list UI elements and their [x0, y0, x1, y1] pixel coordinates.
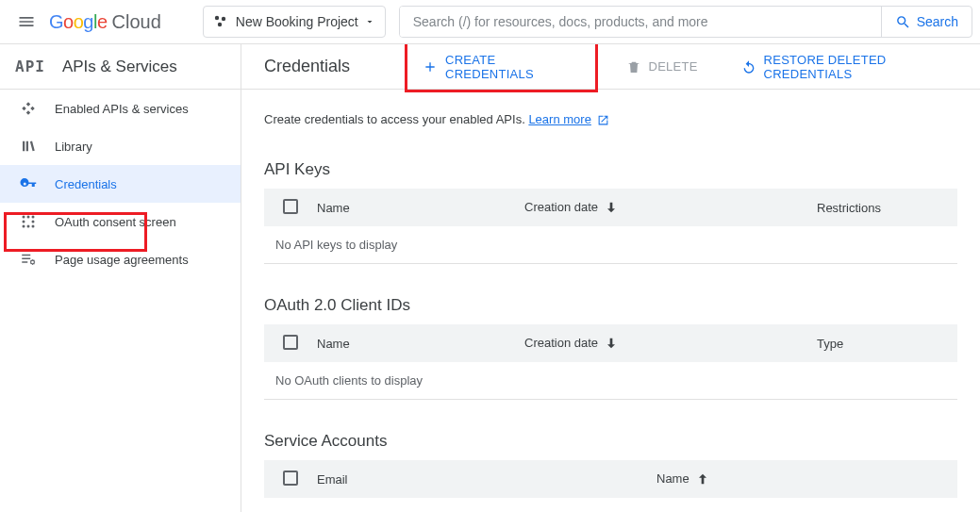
- svg-point-11: [31, 260, 35, 264]
- svg-point-3: [23, 216, 25, 219]
- empty-msg: No service accounts to display: [264, 498, 957, 512]
- nav-label: Library: [55, 140, 92, 154]
- api-keys-table: Name Creation date Restrictions No API k…: [264, 189, 957, 264]
- menu-icon: [17, 12, 36, 31]
- col-type[interactable]: Type: [817, 324, 957, 362]
- select-all-checkbox[interactable]: [283, 335, 298, 350]
- delete-label: Delete: [649, 59, 698, 74]
- col-restrictions[interactable]: Restrictions: [817, 189, 957, 226]
- search-label: Search: [917, 14, 958, 29]
- restore-deleted-button[interactable]: Restore Deleted Credentials: [728, 50, 980, 84]
- project-name: New Booking Project: [236, 14, 358, 29]
- create-label: Create Credentials: [445, 53, 579, 81]
- sidebar-title: APIs & Services: [62, 58, 177, 76]
- arrow-down-icon: [604, 336, 619, 351]
- svg-point-4: [27, 216, 30, 219]
- page-subtext: Create credentials to access your enable…: [264, 112, 957, 126]
- search-container: Search: [399, 6, 972, 38]
- project-icon: [213, 14, 228, 29]
- nav-page-usage[interactable]: Page usage agreements: [0, 240, 241, 278]
- search-input[interactable]: [400, 7, 881, 37]
- empty-msg: No OAuth clients to display: [264, 362, 957, 400]
- svg-point-9: [27, 225, 30, 228]
- google-cloud-logo[interactable]: Google Cloud: [49, 11, 161, 33]
- col-name[interactable]: Name: [317, 324, 524, 362]
- col-name[interactable]: Name: [656, 460, 957, 498]
- consent-icon: [19, 212, 38, 231]
- logo-google: Google: [49, 11, 108, 33]
- key-icon: [19, 174, 38, 193]
- project-selector[interactable]: New Booking Project: [203, 6, 386, 38]
- nav-label: Page usage agreements: [55, 253, 189, 267]
- col-creation-date[interactable]: Creation date: [524, 324, 817, 362]
- dropdown-icon: [364, 16, 375, 27]
- page-title: Credentials: [264, 57, 350, 76]
- nav-enabled-apis[interactable]: Enabled APIs & services: [0, 90, 241, 127]
- col-creation-date[interactable]: Creation date: [524, 189, 817, 226]
- empty-msg: No API keys to display: [264, 226, 957, 264]
- col-email[interactable]: Email: [317, 460, 656, 498]
- nav-label: Enabled APIs & services: [55, 102, 189, 116]
- arrow-down-icon: [604, 200, 619, 215]
- service-accounts-table: Email Name No service accounts to displa…: [264, 460, 957, 512]
- sidebar-header: API APIs & Services: [0, 44, 241, 90]
- library-icon: [19, 137, 38, 156]
- logo-cloud: Cloud: [112, 11, 161, 33]
- section-oauth-title: OAuth 2.0 Client IDs: [264, 296, 957, 315]
- api-icon: API: [15, 58, 45, 75]
- svg-point-10: [32, 225, 35, 228]
- select-all-checkbox[interactable]: [283, 471, 298, 486]
- diamond-icon: [19, 99, 38, 118]
- svg-point-1: [222, 17, 225, 21]
- col-name[interactable]: Name: [317, 189, 524, 226]
- nav-oauth-consent[interactable]: OAuth consent screen: [0, 203, 241, 240]
- nav-credentials[interactable]: Credentials: [0, 165, 241, 203]
- delete-button[interactable]: Delete: [613, 50, 711, 84]
- svg-point-2: [218, 23, 222, 26]
- restore-label: Restore Deleted Credentials: [764, 53, 967, 81]
- search-icon: [895, 14, 911, 30]
- svg-point-7: [32, 221, 35, 223]
- external-link-icon: [597, 114, 609, 126]
- oauth-clients-table: Name Creation date Type No OAuth clients…: [264, 324, 957, 400]
- search-button[interactable]: Search: [881, 7, 972, 37]
- select-all-checkbox[interactable]: [283, 199, 298, 214]
- nav-label: OAuth consent screen: [55, 215, 176, 229]
- svg-point-0: [215, 16, 219, 20]
- hamburger-menu[interactable]: [8, 3, 45, 41]
- arrow-up-icon: [695, 471, 710, 487]
- restore-icon: [741, 59, 756, 74]
- settings-list-icon: [19, 250, 38, 269]
- section-api-keys-title: API Keys: [264, 160, 957, 179]
- svg-point-8: [23, 225, 25, 228]
- create-credentials-button[interactable]: Create Credentials: [405, 44, 597, 92]
- nav-label: Credentials: [55, 177, 117, 191]
- learn-more-link[interactable]: Learn more: [528, 112, 590, 126]
- svg-point-6: [23, 221, 25, 223]
- trash-icon: [626, 59, 641, 74]
- section-service-accounts-title: Service Accounts: [264, 432, 957, 451]
- svg-point-5: [32, 216, 35, 219]
- nav-library[interactable]: Library: [0, 127, 241, 165]
- plus-icon: [423, 59, 438, 74]
